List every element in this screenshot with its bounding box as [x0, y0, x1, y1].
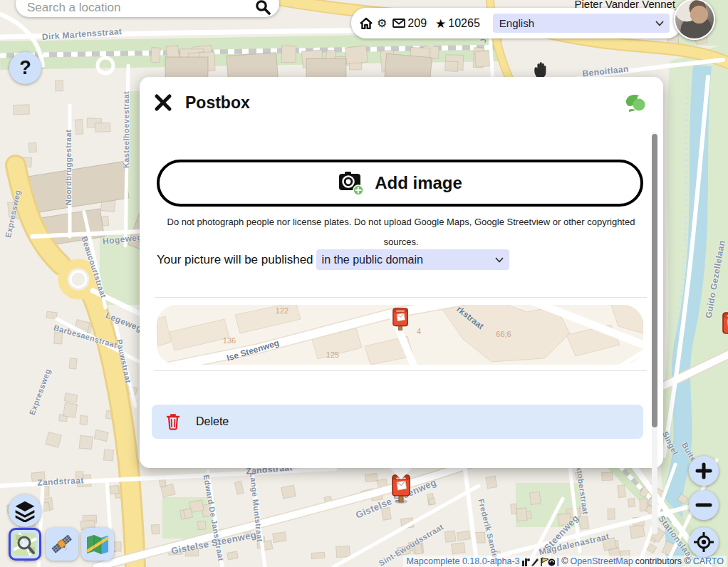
popup-title: Postbox	[185, 93, 250, 113]
theme-logo-icon	[623, 91, 646, 114]
map-attribution: Mapcomplete 0.18.0-alpha-3 | © OpenStree…	[403, 556, 727, 567]
layers-button[interactable]	[9, 494, 41, 527]
basemap-foldedmap-button[interactable]	[81, 528, 114, 561]
minus-icon	[695, 496, 712, 514]
feature-minimap[interactable]: lse Steenwegrkstraat122136125466;6	[157, 305, 643, 365]
license-row: Your picture will be published in the pu…	[157, 249, 648, 270]
attribution-contributors: contributors ©	[635, 556, 691, 566]
help-label: ?	[19, 57, 31, 79]
trash-icon	[166, 413, 180, 430]
language-select[interactable]: English	[493, 14, 670, 33]
delete-label: Delete	[196, 415, 229, 428]
help-button[interactable]: ?	[9, 52, 41, 84]
camera-plus-icon	[338, 170, 365, 196]
zoom-in-button[interactable]	[689, 456, 719, 486]
mapcomplete-version-link[interactable]: Mapcomplete 0.18.0-alpha-3	[406, 556, 519, 566]
popup-header: Postbox	[140, 77, 663, 128]
attribution-mini-icons	[522, 557, 555, 566]
add-image-button[interactable]: Add image	[157, 160, 643, 207]
basemap-osm-button[interactable]	[9, 528, 41, 561]
layers-icon	[14, 499, 36, 522]
popup-scrollbar-thumb[interactable]	[652, 134, 657, 427]
carto-link[interactable]: CARTO	[693, 556, 724, 566]
folded-map-icon	[85, 531, 110, 557]
image-upload-note: Do not photograph people nor license pla…	[160, 212, 643, 252]
changeset-count: 10265	[448, 17, 480, 30]
feature-popup: Postbox Add image Do not photograph peop…	[140, 77, 663, 468]
divider	[155, 297, 647, 298]
attribution-separator: | ©	[557, 556, 568, 566]
user-avatar[interactable]	[674, 0, 715, 40]
star-icon: ★	[435, 16, 446, 31]
user-name[interactable]: Pieter Vander Vennet	[0, 0, 675, 10]
popup-scrollbar-track	[652, 132, 657, 534]
plus-icon	[695, 462, 712, 479]
crosshair-icon	[694, 532, 714, 552]
inbox-count: 209	[407, 17, 427, 30]
osm-carto-icon	[12, 531, 38, 557]
add-image-label: Add image	[375, 173, 462, 193]
mail-icon[interactable]	[392, 19, 405, 28]
zoom-out-button[interactable]	[689, 490, 719, 520]
basemap-satellite-button[interactable]	[46, 528, 78, 561]
geolocate-button[interactable]	[689, 527, 719, 557]
osm-link[interactable]: OpenStreetMap	[570, 556, 633, 566]
divider	[155, 370, 647, 371]
mapcomplete-app: Dirk MartensstraatNoordbruggestraatKaste…	[0, 0, 728, 567]
user-toolbar: ⚙ 209 ★ 10265 English	[351, 8, 682, 38]
minimap-canvas	[157, 305, 643, 365]
gear-icon[interactable]: ⚙	[377, 16, 387, 30]
home-icon[interactable]	[360, 17, 373, 29]
popup-pointer	[389, 467, 413, 479]
satellite-icon	[49, 531, 75, 557]
license-prefix-label: Your picture will be published	[157, 253, 313, 267]
close-icon[interactable]	[152, 92, 174, 113]
delete-button[interactable]: Delete	[152, 405, 643, 439]
license-select[interactable]: in the public domain	[316, 249, 509, 270]
